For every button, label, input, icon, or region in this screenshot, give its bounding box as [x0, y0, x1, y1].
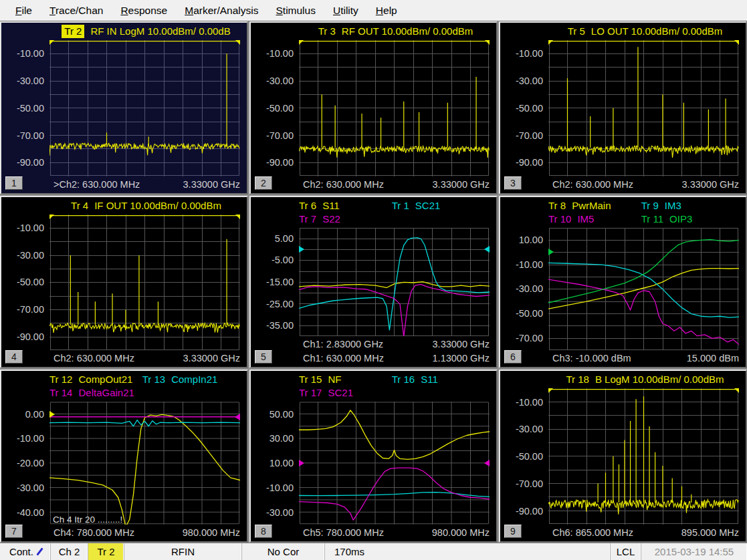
menu-item-trace-chan[interactable]: Trace/Chan [41, 3, 112, 19]
window-number-badge[interactable]: 4 [5, 350, 23, 364]
stimulus-start: >Ch2: 630.000 MHz [54, 178, 140, 191]
trace-label-tr5[interactable]: Tr 5LO OUT 10.00dBm/ 0.00dBm [568, 25, 723, 38]
active-trace-indicator[interactable]: Tr 2 [88, 543, 124, 560]
trace-label-tr16[interactable]: Tr 16S11 [392, 373, 438, 386]
trace-title-row: Tr 5LO OUT 10.00dBm/ 0.00dBm [548, 25, 742, 38]
window-number-badge[interactable]: 1 [5, 176, 23, 190]
plot-body: 50.0030.0010.00-10.00-30.00 [251, 402, 490, 525]
channel-window-1[interactable]: Tr 2RF IN LogM 10.00dBm/ 0.00dB-10.00-30… [0, 21, 248, 194]
channel-window-9[interactable]: Tr 18B LogM 10.00dBm/ 0.00dBm-10.00-30.0… [499, 370, 747, 543]
plot-area[interactable] [299, 40, 490, 176]
y-tick-label: -10.00 [516, 48, 543, 59]
channel-window-8[interactable]: Tr 15NFTr 16S11Tr 17SC2150.0030.0010.00-… [249, 370, 498, 543]
trace-label-tr17[interactable]: Tr 17SC21 [299, 386, 392, 400]
window-number-badge[interactable]: 9 [504, 525, 522, 538]
menu-item-marker-analysis[interactable]: Marker/Analysis [176, 3, 267, 19]
trace-label-tr18[interactable]: Tr 18B LogM 10.00dBm/ 0.00dBm [566, 373, 724, 386]
plot-area[interactable] [49, 215, 240, 351]
window-number-badge[interactable]: 3 [504, 176, 522, 190]
stimulus-footer: Ch5: 780.000 MHz980.000 MHz [251, 526, 496, 541]
channel-window-2[interactable]: Tr 3RF OUT 10.00dBm/ 0.00dBm-10.00-30.00… [249, 21, 498, 194]
trace-label-tr3[interactable]: Tr 3RF OUT 10.00dBm/ 0.00dBm [318, 25, 473, 38]
port-indicator[interactable]: RFIN [124, 543, 242, 560]
trace-label-tr7[interactable]: Tr 7S22 [299, 213, 392, 226]
plot-body: -10.00-30.00-50.00-70.00-90.00 [251, 40, 490, 176]
y-axis-labels: -10.00-30.00-50.00-70.00-90.00 [1, 40, 49, 176]
y-tick-label: -10.00 [516, 397, 543, 408]
trace-label-tr8[interactable]: Tr 8PwrMain [548, 199, 641, 213]
channel-window-6[interactable]: Tr 8PwrMainTr 9IM3Tr 10IM5Tr 11OIP310.00… [499, 196, 747, 369]
y-axis-labels: -10.00-30.00-50.00-70.00-90.00 [500, 40, 548, 176]
plot-area[interactable] [299, 402, 490, 525]
channel-window-7[interactable]: Tr 12CompOut21Tr 13CompIn21Tr 14DeltaGai… [0, 370, 248, 543]
menu-item-response[interactable]: Response [112, 3, 176, 19]
trace-label-tr11[interactable]: Tr 11OIP3 [641, 213, 693, 226]
menu-item-help[interactable]: Help [367, 3, 406, 19]
active-trace-label: Tr 2 [97, 546, 114, 557]
trace-name: LO OUT 10.00dBm/ 0.00dBm [591, 25, 723, 38]
stimulus-footer: Ch2: 630.000 MHz3.33000 GHz [251, 178, 496, 193]
trace-label-tr9[interactable]: Tr 9IM3 [641, 199, 681, 213]
active-channel-indicator[interactable]: Ch 2 [51, 543, 88, 560]
menu-item-file[interactable]: File [7, 3, 41, 19]
menu-item-stimulus[interactable]: Stimulus [267, 3, 324, 19]
y-axis-labels: 5.00-5.00-15.00-25.00-35.00 [251, 228, 299, 337]
y-tick-label: 5.00 [275, 233, 294, 244]
trace-label-tr2[interactable]: Tr 2RF IN LogM 10.00dBm/ 0.00dB [62, 25, 230, 38]
window-number-badge[interactable]: 7 [5, 525, 23, 538]
sweep-mode-label: Cont. [9, 546, 33, 557]
y-tick-label: -30.00 [516, 283, 543, 294]
plot-area[interactable] [49, 40, 240, 176]
stimulus-footer: Ch2: 630.000 MHz3.33000 GHz [1, 352, 247, 367]
trace-title-row: Tr 14DeltaGain21 [49, 386, 243, 400]
menu-item-utility[interactable]: Utility [324, 3, 367, 19]
y-tick-label: -30.00 [516, 424, 543, 434]
y-tick-label: -10.00 [266, 482, 294, 493]
correction-indicator[interactable]: No Cor [242, 543, 325, 560]
trace-label-tr10[interactable]: Tr 10IM5 [548, 213, 641, 226]
ref-marker-left-icon [548, 388, 553, 393]
trace-label-tr4[interactable]: Tr 4IF OUT 10.00dBm/ 0.00dBm [71, 199, 221, 213]
channel-window-4[interactable]: Tr 4IF OUT 10.00dBm/ 0.00dBm-10.00-30.00… [0, 196, 248, 369]
plot-area[interactable]: Ch 4 Itr 20 .........! [49, 402, 240, 525]
channel-window-5[interactable]: Tr 6S11Tr 1SC21Tr 7S225.00-5.00-15.00-25… [249, 196, 498, 369]
stimulus-stop: 3.33000 GHz [433, 337, 490, 351]
sweep-time-label: 170ms [334, 546, 364, 557]
correction-label: No Cor [268, 546, 300, 557]
trace-name: DeltaGain21 [78, 386, 134, 400]
trace-label-tr1[interactable]: Tr 1SC21 [392, 199, 441, 213]
window-number-badge[interactable]: 8 [255, 525, 272, 538]
ref-marker-right-icon [235, 414, 240, 420]
y-tick-label: -10.00 [266, 48, 294, 59]
plot-area[interactable] [548, 228, 739, 351]
y-tick-label: -10.00 [17, 433, 44, 444]
ref-marker-left-icon [49, 40, 54, 45]
trace-label-tr6[interactable]: Tr 6S11 [299, 199, 392, 213]
trace-label-tr14[interactable]: Tr 14DeltaGain21 [49, 386, 142, 400]
y-tick-label: -10.00 [17, 223, 44, 233]
y-tick-label: -5.00 [272, 255, 294, 265]
window-number-badge[interactable]: 2 [255, 176, 272, 190]
y-axis-labels: -10.00-30.00-50.00-70.00-90.00 [1, 215, 49, 351]
trace-name: RF OUT 10.00dBm/ 0.00dBm [342, 25, 473, 38]
window-number-badge[interactable]: 5 [255, 350, 272, 364]
plot-area[interactable] [548, 388, 739, 525]
trace-name: CompIn21 [171, 373, 217, 386]
stimulus-footer: >Ch2: 630.000 MHz3.33000 GHz [1, 178, 247, 193]
stimulus-stop: 3.33000 GHz [682, 178, 739, 191]
y-tick-label: -30.00 [17, 250, 44, 261]
plot-area[interactable] [299, 228, 490, 337]
trace-label-tr13[interactable]: Tr 13CompIn21 [142, 373, 218, 386]
sweep-mode-indicator[interactable]: Cont. [0, 543, 51, 560]
trace-label-tr15[interactable]: Tr 15NF [299, 373, 392, 386]
y-tick-label: -70.00 [516, 130, 543, 141]
trace-label-tr12[interactable]: Tr 12CompOut21 [49, 373, 142, 386]
y-tick-label: -25.00 [266, 299, 294, 309]
trace-title-area: Tr 8PwrMainTr 9IM3Tr 10IM5Tr 11OIP3 [500, 197, 746, 226]
channel-window-3[interactable]: Tr 5LO OUT 10.00dBm/ 0.00dBm-10.00-30.00… [499, 21, 747, 194]
window-number-badge[interactable]: 6 [504, 350, 522, 364]
y-tick-label: -35.00 [266, 320, 294, 331]
status-bar: Cont. Ch 2 Tr 2 RFIN No Cor 170ms LCL 20… [0, 543, 747, 560]
plot-area[interactable] [548, 40, 739, 176]
ref-marker-left-icon [548, 249, 554, 255]
